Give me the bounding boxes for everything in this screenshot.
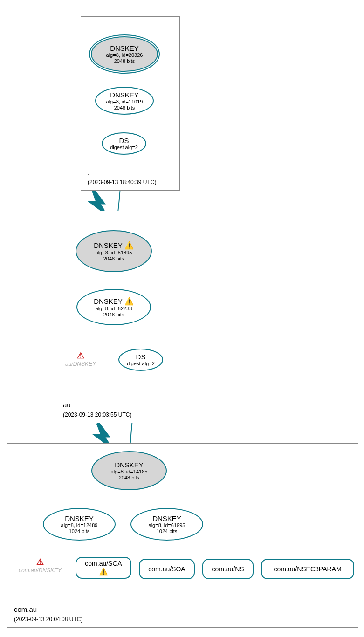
comau-ksk-line1: alg=8, id=14185	[111, 469, 148, 475]
root-ds: DS digest alg=2	[102, 132, 146, 155]
root-zsk-line1: alg=8, id=11019	[106, 99, 143, 105]
comau-dnskey-zsk1: DNSKEY alg=8, id=12489 1024 bits	[43, 508, 116, 541]
au-ds-title: DS	[136, 353, 146, 361]
au-dnskey-annotation: ⚠ au/DNSKEY	[65, 350, 96, 367]
comau-soa: com.au/SOA	[139, 559, 195, 579]
comau-soa-warn: com.au/SOA ⚠️	[76, 557, 131, 579]
au-ksk-title: DNSKEY ⚠️	[94, 241, 134, 250]
au-zsk-line1: alg=8, id=62233	[96, 306, 132, 312]
root-ds-line1: digest alg=2	[110, 144, 138, 151]
zone-au-label: au	[63, 401, 71, 409]
comau-ksk-line2: 2048 bits	[119, 475, 140, 481]
warning-outline-icon: ⚠	[36, 557, 44, 567]
warning-outline-icon: ⚠	[77, 350, 84, 361]
zone-root-label: .	[88, 168, 89, 176]
au-ksk-line1: alg=8, id=51895	[96, 250, 132, 256]
au-zsk-line2: 2048 bits	[103, 312, 124, 318]
comau-ns: com.au/NS	[202, 559, 254, 579]
comau-nsec3param: com.au/NSEC3PARAM	[261, 559, 354, 579]
zone-comau-timestamp: (2023-09-13 20:04:08 UTC)	[14, 616, 82, 623]
au-ds-line1: digest alg=2	[127, 361, 155, 367]
warning-icon: ⚠️	[99, 567, 108, 576]
root-dnskey-zsk: DNSKEY alg=8, id=11019 2048 bits	[95, 87, 154, 115]
comau-zsk1-line1: alg=8, id=12489	[61, 522, 98, 528]
comau-zsk2-line1: alg=8, id=61995	[149, 522, 185, 528]
comau-zsk2-title: DNSKEY	[152, 514, 181, 522]
zone-comau-label: com.au	[14, 605, 37, 613]
comau-zsk1-line2: 1024 bits	[69, 528, 90, 534]
comau-ksk-title: DNSKEY	[115, 461, 144, 469]
warning-icon: ⚠️	[124, 241, 134, 250]
zone-root-timestamp: (2023-09-13 18:40:39 UTC)	[88, 179, 156, 185]
root-ds-title: DS	[119, 137, 129, 144]
root-zsk-title: DNSKEY	[110, 91, 139, 99]
comau-dnskey-zsk2: DNSKEY alg=8, id=61995 1024 bits	[130, 508, 203, 541]
comau-zsk2-line2: 1024 bits	[157, 528, 178, 534]
zone-au-timestamp: (2023-09-13 20:03:55 UTC)	[63, 411, 131, 418]
root-ksk-title: DNSKEY	[110, 44, 139, 52]
root-zsk-line2: 2048 bits	[114, 105, 135, 111]
au-zsk-title: DNSKEY ⚠️	[94, 297, 134, 306]
root-dnskey-ksk: DNSKEY alg=8, id=20326 2048 bits	[91, 36, 158, 72]
au-ds: DS digest alg=2	[118, 349, 163, 371]
au-dnskey-ksk: DNSKEY ⚠️ alg=8, id=51895 2048 bits	[76, 230, 152, 272]
comau-zsk1-title: DNSKEY	[65, 514, 94, 522]
au-dnskey-zsk: DNSKEY ⚠️ alg=8, id=62233 2048 bits	[76, 289, 151, 325]
au-ksk-line2: 2048 bits	[103, 256, 124, 262]
comau-dnskey-annotation: ⚠ com.au/DNSKEY	[19, 557, 62, 574]
comau-dnskey-ksk: DNSKEY alg=8, id=14185 2048 bits	[91, 451, 167, 490]
warning-icon: ⚠️	[124, 297, 134, 306]
root-ksk-line1: alg=8, id=20326	[106, 52, 143, 58]
root-ksk-line2: 2048 bits	[114, 58, 135, 64]
